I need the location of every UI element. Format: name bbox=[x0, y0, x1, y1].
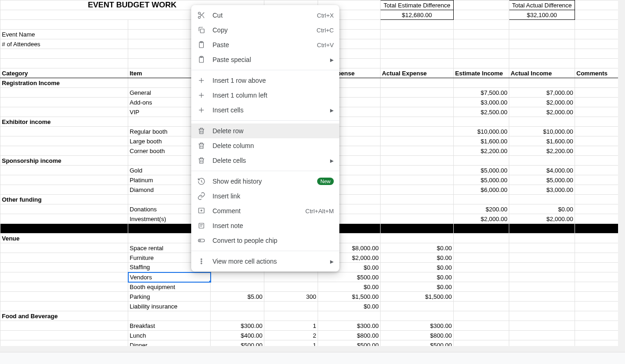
cell[interactable] bbox=[211, 282, 264, 292]
est-income-value[interactable] bbox=[454, 272, 509, 282]
cell[interactable] bbox=[509, 39, 575, 49]
cell[interactable] bbox=[454, 49, 509, 59]
header-comments[interactable]: Comments bbox=[575, 68, 625, 78]
act-expense-value[interactable] bbox=[381, 175, 454, 185]
cell[interactable] bbox=[0, 127, 128, 136]
category-label[interactable]: Exhibitor income bbox=[0, 117, 128, 127]
menu-insert-cells[interactable]: Insert cells ▶ bbox=[191, 103, 339, 117]
cell[interactable] bbox=[318, 311, 381, 321]
est-income-value[interactable]: $2,500.00 bbox=[454, 107, 509, 117]
act-income-value[interactable] bbox=[509, 272, 575, 282]
category-label[interactable]: Venue bbox=[0, 234, 128, 243]
cell[interactable] bbox=[509, 20, 575, 30]
act-income-value[interactable]: $2,000.00 bbox=[509, 214, 575, 224]
act-expense-value[interactable] bbox=[381, 107, 454, 117]
menu-delete-cells[interactable]: Delete cells ▶ bbox=[191, 153, 339, 168]
menu-edit-history[interactable]: Show edit history New bbox=[191, 174, 339, 189]
act-expense-value[interactable]: $300.00 bbox=[381, 321, 454, 331]
act-expense-value[interactable] bbox=[381, 98, 454, 107]
cell[interactable] bbox=[454, 59, 509, 68]
cell[interactable] bbox=[454, 39, 509, 49]
cell[interactable] bbox=[381, 224, 454, 234]
cell[interactable] bbox=[381, 59, 454, 68]
item-cell[interactable]: Liability insurance bbox=[128, 302, 211, 311]
category-label[interactable]: Food and Beverage bbox=[0, 311, 128, 321]
cell[interactable] bbox=[575, 117, 625, 127]
menu-insert-row[interactable]: Insert 1 row above bbox=[191, 73, 339, 88]
act-income-value[interactable] bbox=[509, 243, 575, 253]
cell[interactable] bbox=[0, 107, 128, 117]
cell[interactable] bbox=[575, 166, 625, 175]
menu-delete-row[interactable]: Delete row bbox=[191, 123, 339, 138]
act-expense-value[interactable] bbox=[381, 204, 454, 214]
act-income-value[interactable]: $2,000.00 bbox=[509, 107, 575, 117]
sheet-tab-bar[interactable] bbox=[0, 352, 625, 364]
cell[interactable] bbox=[575, 39, 625, 49]
act-income-value[interactable] bbox=[509, 263, 575, 272]
act-expense-value[interactable] bbox=[381, 88, 454, 98]
cell[interactable] bbox=[381, 20, 454, 30]
header-category[interactable]: Category bbox=[0, 68, 128, 78]
est-income-value[interactable] bbox=[454, 331, 509, 340]
act-income-value[interactable]: $2,000.00 bbox=[509, 98, 575, 107]
cell[interactable] bbox=[509, 49, 575, 59]
cell[interactable] bbox=[0, 204, 128, 214]
act-expense-value[interactable]: $0.00 bbox=[381, 282, 454, 292]
act-income-value[interactable]: $0.00 bbox=[509, 204, 575, 214]
cell[interactable] bbox=[575, 49, 625, 59]
act-income-value[interactable]: $7,000.00 bbox=[509, 88, 575, 98]
act-income-value[interactable]: $3,000.00 bbox=[509, 185, 575, 195]
cell[interactable] bbox=[381, 311, 454, 321]
est-expense-value[interactable]: $500.00 bbox=[318, 272, 381, 282]
cell[interactable] bbox=[575, 10, 625, 20]
est-expense-value[interactable]: $800.00 bbox=[318, 331, 381, 340]
est-income-value[interactable]: $6,000.00 bbox=[454, 185, 509, 195]
cell[interactable] bbox=[575, 321, 625, 331]
cell[interactable] bbox=[381, 234, 454, 243]
est-expense-value[interactable]: $300.00 bbox=[318, 321, 381, 331]
act-expense-value[interactable]: $0.00 bbox=[381, 272, 454, 282]
cell[interactable] bbox=[575, 243, 625, 253]
menu-more-actions[interactable]: View more cell actions ▶ bbox=[191, 254, 339, 269]
menu-cut[interactable]: Cut Ctrl+X bbox=[191, 8, 339, 23]
cell[interactable] bbox=[575, 59, 625, 68]
act-expense-value[interactable] bbox=[381, 136, 454, 146]
cell[interactable] bbox=[0, 243, 128, 253]
cell[interactable] bbox=[0, 214, 128, 224]
cell[interactable] bbox=[0, 282, 128, 292]
menu-people-chip[interactable]: Convert to people chip bbox=[191, 233, 339, 248]
event-name-label[interactable]: Event Name bbox=[0, 30, 128, 39]
act-expense-value[interactable]: $0.00 bbox=[381, 243, 454, 253]
act-income-value[interactable]: $5,000.00 bbox=[509, 175, 575, 185]
cell[interactable] bbox=[509, 78, 575, 88]
cell[interactable] bbox=[211, 272, 264, 282]
est-income-value[interactable]: $1,600.00 bbox=[454, 136, 509, 146]
act-income-value[interactable] bbox=[509, 321, 575, 331]
est-income-value[interactable] bbox=[454, 253, 509, 263]
cell[interactable] bbox=[0, 175, 128, 185]
vertical-scrollbar[interactable] bbox=[618, 0, 625, 352]
cell[interactable] bbox=[454, 30, 509, 39]
cell[interactable] bbox=[381, 117, 454, 127]
cell[interactable] bbox=[575, 272, 625, 282]
est-income-value[interactable]: $2,200.00 bbox=[454, 146, 509, 156]
cell[interactable] bbox=[509, 195, 575, 204]
menu-comment[interactable]: Comment Ctrl+Alt+M bbox=[191, 204, 339, 218]
cell[interactable] bbox=[454, 20, 509, 30]
category-label[interactable]: Other funding bbox=[0, 195, 128, 204]
cell[interactable] bbox=[575, 302, 625, 311]
total-est-diff-value[interactable]: $12,680.00 bbox=[381, 10, 454, 20]
cell[interactable] bbox=[575, 214, 625, 224]
cell[interactable] bbox=[0, 166, 128, 175]
cell[interactable]: 300 bbox=[264, 292, 318, 302]
est-income-value[interactable]: $5,000.00 bbox=[454, 166, 509, 175]
act-income-value[interactable] bbox=[509, 253, 575, 263]
est-income-value[interactable]: $3,000.00 bbox=[454, 98, 509, 107]
cell[interactable]: 1 bbox=[264, 321, 318, 331]
total-act-diff-label[interactable]: Total Actual Difference bbox=[509, 0, 575, 10]
cell[interactable] bbox=[509, 311, 575, 321]
item-cell[interactable]: Breakfast bbox=[128, 321, 211, 331]
cell[interactable] bbox=[0, 272, 128, 282]
act-income-value[interactable] bbox=[509, 302, 575, 311]
act-expense-value[interactable] bbox=[381, 214, 454, 224]
